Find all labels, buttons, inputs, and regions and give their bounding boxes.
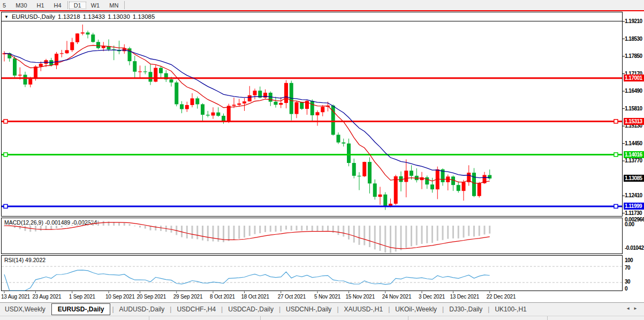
- price-axis-label: 1.15810: [625, 106, 644, 111]
- tab-ukoil-weekly[interactable]: UKOil-,Weekly: [390, 304, 442, 315]
- macd-histogram-bar: [338, 226, 339, 235]
- line-handle[interactable]: [614, 204, 618, 208]
- macd-histogram-bar: [426, 226, 428, 243]
- macd-histogram-bar: [264, 226, 266, 232]
- hline-price-badge: 1.14016: [624, 151, 644, 158]
- candle-body: [170, 79, 173, 83]
- line-handle[interactable]: [614, 153, 618, 157]
- macd-histogram-bar: [473, 226, 475, 236]
- rsi-axis-label: 30: [625, 279, 644, 285]
- macd-histogram-bar: [369, 226, 370, 247]
- date-axis-label: 10 Sep 2021: [105, 294, 135, 300]
- macd-histogram-bar: [207, 226, 209, 241]
- candle-body: [154, 68, 157, 82]
- date-axis-label: 5 Nov 2021: [314, 294, 340, 300]
- candle-body: [472, 173, 476, 196]
- tab-dj30-daily[interactable]: DJ30-,Daily: [444, 304, 487, 315]
- chart-title-strip: ▼ EURUSD-,Daily 1.13218 1.13433 1.13030 …: [1, 12, 623, 21]
- macd-histogram-bar: [489, 226, 490, 234]
- macd-histogram-bar: [25, 226, 26, 231]
- macd-histogram-bar: [35, 226, 36, 232]
- tab-xauusd-h1[interactable]: XAUUSD-,H1: [339, 304, 388, 315]
- statusbar-divider: [408, 316, 408, 320]
- tab-usdcad-daily[interactable]: USDCAD-,Daily: [223, 304, 278, 315]
- tab-separator: |: [488, 306, 489, 313]
- line-handle[interactable]: [614, 120, 618, 123]
- macd-histogram-bar: [353, 226, 355, 243]
- price-axis-label: 1.14450: [625, 140, 644, 146]
- candle-body: [248, 95, 252, 101]
- macd-histogram-bar: [50, 226, 52, 229]
- macd-histogram-bar: [390, 226, 391, 253]
- candle-body: [191, 98, 194, 105]
- candle-body: [13, 58, 17, 76]
- candle-body: [232, 105, 236, 106]
- candle-body: [321, 107, 324, 112]
- macd-histogram-bar: [301, 226, 302, 230]
- tab-scroll-right-icon: ►: [633, 306, 641, 311]
- macd-histogram-bar: [238, 226, 240, 239]
- macd-histogram-bar: [77, 223, 78, 226]
- date-axis-label: 29 Sep 2021: [173, 294, 203, 300]
- candle-body: [24, 75, 27, 84]
- macd-histogram-bar: [40, 226, 42, 231]
- tab-separator: |: [221, 306, 223, 313]
- date-axis-label: 3 Dec 2021: [419, 294, 445, 300]
- line-handle[interactable]: [4, 204, 7, 208]
- line-handle[interactable]: [4, 120, 7, 123]
- macd-histogram-bar: [363, 226, 365, 245]
- macd-histogram-bar: [468, 226, 469, 236]
- candle-body: [243, 101, 246, 103]
- line-handle[interactable]: [4, 153, 7, 157]
- macd-histogram-bar: [322, 226, 323, 231]
- candle-body: [195, 98, 199, 104]
- chart-canvas[interactable]: [0, 0, 644, 320]
- tab-usdcnh-daily[interactable]: USDCNH-,Daily: [281, 304, 336, 315]
- macd-histogram-bar: [437, 226, 438, 241]
- candle-body: [462, 182, 466, 191]
- date-axis-label: 24 Nov 2021: [382, 294, 412, 300]
- tab-usdchf-h4[interactable]: USDCHF-,H4: [172, 304, 221, 315]
- macd-histogram-bar: [431, 226, 433, 243]
- candle-body: [185, 105, 189, 109]
- macd-histogram-bar: [285, 226, 287, 229]
- tab-separator: |: [112, 306, 113, 313]
- macd-histogram-bar: [186, 226, 188, 239]
- macd-histogram-bar: [458, 226, 459, 239]
- tab-separator: |: [337, 306, 338, 313]
- hline-price-badge: 1.17001: [624, 75, 644, 81]
- macd-histogram-bar: [395, 226, 397, 251]
- candle-body: [457, 185, 460, 191]
- macd-histogram-bar: [71, 225, 73, 226]
- tab-uk100-h1[interactable]: UK100-,H1: [490, 304, 531, 315]
- tab-separator: |: [279, 306, 281, 313]
- candle-body: [149, 72, 153, 81]
- tab-scroll-arrows[interactable]: ◄►: [626, 306, 641, 311]
- candle-body: [216, 113, 220, 116]
- collapse-triangle-icon[interactable]: ▼: [4, 14, 9, 19]
- candle-body: [70, 42, 74, 50]
- statusbar-divider: [149, 316, 149, 320]
- tab-audusd-daily[interactable]: AUDUSD-,Daily: [115, 304, 170, 315]
- candle-body: [342, 143, 345, 144]
- macd-histogram-bar: [213, 226, 214, 241]
- macd-histogram-bar: [19, 226, 21, 229]
- macd-histogram-bar: [484, 226, 486, 234]
- candle-body: [316, 112, 320, 115]
- macd-histogram-bar: [61, 226, 63, 227]
- macd-histogram-bar: [192, 226, 193, 239]
- candle-body: [81, 33, 85, 34]
- ohlc-close: 1.13085: [133, 13, 155, 20]
- macd-histogram-bar: [56, 226, 57, 228]
- candle-body: [143, 71, 147, 72]
- candle-body: [410, 170, 413, 176]
- tab-usdx-weekly[interactable]: USDX,Weekly: [0, 304, 50, 315]
- macd-histogram-bar: [416, 226, 418, 245]
- hline-price-badge: 1.15313: [624, 118, 644, 125]
- tab-eurusd-daily[interactable]: EURUSD-,Daily: [51, 303, 111, 315]
- candle-body: [404, 170, 408, 182]
- macd-histogram-bar: [359, 226, 360, 245]
- macd-histogram-bar: [280, 226, 282, 232]
- macd-histogram-bar: [118, 222, 120, 226]
- ohlc-open: 1.13218: [58, 13, 80, 20]
